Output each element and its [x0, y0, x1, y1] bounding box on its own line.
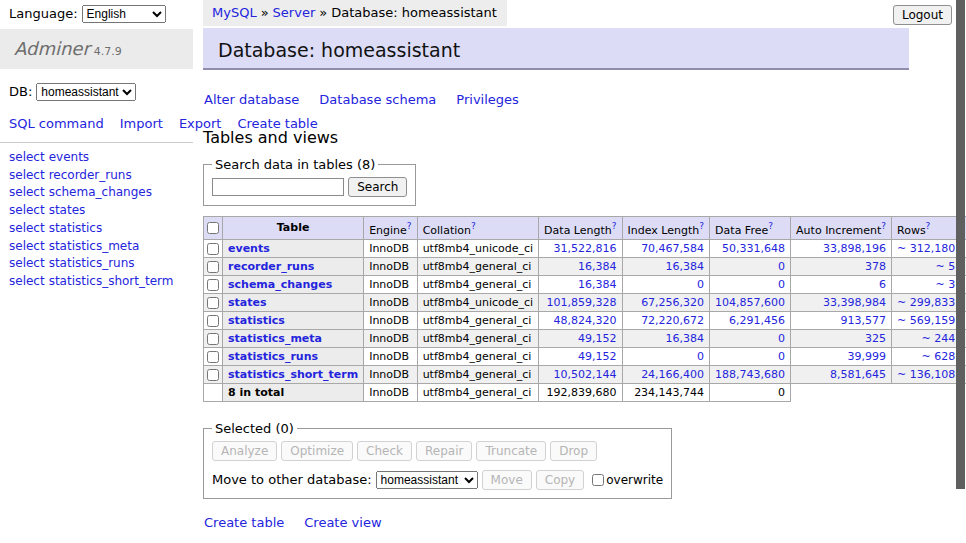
action-link-database-schema[interactable]: Database schema [319, 92, 436, 107]
rows-link[interactable]: ~ 569,159 [897, 314, 955, 327]
language-select[interactable]: English [82, 5, 166, 23]
index-length-link[interactable]: 24,166,400 [641, 368, 704, 381]
table-name-link-events[interactable]: events [228, 242, 270, 255]
overwrite-checkbox[interactable] [592, 474, 604, 486]
data-free-link[interactable]: 50,331,648 [722, 242, 785, 255]
rows-link[interactable]: ~ 3 [935, 278, 955, 291]
action-link-privileges[interactable]: Privileges [456, 92, 519, 107]
move-db-select[interactable]: homeassistant [376, 471, 478, 489]
row-checkbox[interactable] [207, 279, 219, 291]
auto-increment-link[interactable]: 33,398,984 [823, 296, 886, 309]
select-link-statistics[interactable]: select [9, 221, 45, 235]
data-length-link[interactable]: 49,152 [578, 332, 617, 345]
index-length-link[interactable]: 0 [697, 278, 704, 291]
auto-increment-link[interactable]: 39,999 [848, 350, 887, 363]
select-link-statistics-meta[interactable]: select [9, 239, 45, 253]
search-button[interactable]: Search [348, 177, 407, 197]
data-length-link[interactable]: 49,152 [578, 350, 617, 363]
action-link-alter-database[interactable]: Alter database [204, 92, 299, 107]
auto-increment-link[interactable]: 378 [865, 260, 886, 273]
data-length-link[interactable]: 101,859,328 [547, 296, 617, 309]
optimize-button[interactable]: Optimize [281, 441, 353, 461]
truncate-button[interactable]: Truncate [476, 441, 546, 461]
select-link-statistics-short-term[interactable]: select [9, 274, 45, 288]
help-link[interactable]: ? [612, 221, 617, 231]
rows-link[interactable]: ~ 136,108 [897, 368, 955, 381]
table-name-link-states[interactable]: states [228, 296, 267, 309]
check-button[interactable]: Check [357, 441, 412, 461]
index-length-link[interactable]: 16,384 [666, 332, 705, 345]
index-length-link[interactable]: 72,220,672 [641, 314, 704, 327]
table-link-statistics[interactable]: statistics [49, 221, 103, 235]
table-link-states[interactable]: states [49, 203, 86, 217]
index-length-link[interactable]: 16,384 [666, 260, 705, 273]
search-input[interactable] [212, 178, 344, 196]
scrollbar-track[interactable] [956, 0, 965, 543]
table-name-link-statistics-meta[interactable]: statistics_meta [228, 332, 322, 345]
data-free-link[interactable]: 104,857,600 [715, 296, 785, 309]
table-link-statistics-meta[interactable]: statistics_meta [49, 239, 140, 253]
data-length-link[interactable]: 16,384 [578, 278, 617, 291]
data-free-link[interactable]: 0 [778, 260, 785, 273]
table-name-link-statistics[interactable]: statistics [228, 314, 285, 327]
table-name-link-schema-changes[interactable]: schema_changes [228, 278, 332, 291]
drop-button[interactable]: Drop [550, 441, 597, 461]
help-link[interactable]: ? [471, 221, 476, 231]
auto-increment-link[interactable]: 6 [879, 278, 886, 291]
row-checkbox[interactable] [207, 243, 219, 255]
data-length-link[interactable]: 10,502,144 [554, 368, 617, 381]
table-name-link-statistics-runs[interactable]: statistics_runs [228, 350, 318, 363]
data-free-link[interactable]: 0 [778, 278, 785, 291]
auto-increment-link[interactable]: 8,581,645 [830, 368, 886, 381]
row-checkbox[interactable] [207, 369, 219, 381]
select-link-states[interactable]: select [9, 203, 45, 217]
help-link[interactable]: ? [768, 221, 773, 231]
table-link-recorder-runs[interactable]: recorder_runs [49, 168, 132, 182]
sidebar-link-sql-command[interactable]: SQL command [9, 116, 104, 131]
data-length-link[interactable]: 16,384 [578, 260, 617, 273]
data-length-link[interactable]: 31,522,816 [554, 242, 617, 255]
repair-button[interactable]: Repair [416, 441, 472, 461]
help-link[interactable]: ? [407, 221, 412, 231]
auto-increment-link[interactable]: 33,898,196 [823, 242, 886, 255]
breadcrumb-link-server[interactable]: Server [273, 5, 316, 20]
table-link-events[interactable]: events [49, 150, 89, 164]
data-free-link[interactable]: 6,291,456 [729, 314, 785, 327]
create-link-create-table[interactable]: Create table [204, 515, 284, 530]
scrollbar-thumb[interactable] [956, 0, 965, 489]
sidebar-link-import[interactable]: Import [120, 116, 163, 131]
create-link-create-view[interactable]: Create view [304, 515, 381, 530]
rows-link[interactable]: ~ 628 [921, 350, 955, 363]
row-checkbox[interactable] [207, 333, 219, 345]
data-free-link[interactable]: 188,743,680 [715, 368, 785, 381]
help-link[interactable]: ? [699, 221, 704, 231]
index-length-link[interactable]: 0 [697, 350, 704, 363]
rows-link[interactable]: ~ 299,833 [897, 296, 955, 309]
select-link-events[interactable]: select [9, 150, 45, 164]
row-checkbox[interactable] [207, 351, 219, 363]
data-free-link[interactable]: 0 [778, 332, 785, 345]
table-name-link-statistics-short-term[interactable]: statistics_short_term [228, 368, 358, 381]
help-link[interactable]: ? [881, 221, 886, 231]
help-link[interactable]: ? [926, 221, 931, 231]
row-checkbox[interactable] [207, 315, 219, 327]
logout-button[interactable]: Logout [893, 5, 952, 25]
index-length-link[interactable]: 67,256,320 [641, 296, 704, 309]
rows-link[interactable]: ~ 244 [921, 332, 955, 345]
table-link-statistics-short-term[interactable]: statistics_short_term [49, 274, 174, 288]
data-free-link[interactable]: 0 [778, 350, 785, 363]
table-link-schema-changes[interactable]: schema_changes [49, 185, 152, 199]
select-link-schema-changes[interactable]: select [9, 185, 45, 199]
row-checkbox[interactable] [207, 297, 219, 309]
breadcrumb-link-mysql[interactable]: MySQL [212, 5, 257, 20]
data-length-link[interactable]: 48,824,320 [554, 314, 617, 327]
auto-increment-link[interactable]: 913,577 [841, 314, 887, 327]
app-logo-link[interactable]: Adminer [14, 38, 90, 59]
db-select[interactable]: homeassistant [36, 83, 136, 101]
select-all-checkbox[interactable] [207, 222, 219, 234]
move-button[interactable]: Move [482, 470, 532, 490]
index-length-link[interactable]: 70,467,584 [641, 242, 704, 255]
table-link-statistics-runs[interactable]: statistics_runs [49, 256, 135, 270]
row-checkbox[interactable] [207, 261, 219, 273]
table-name-link-recorder-runs[interactable]: recorder_runs [228, 260, 314, 273]
